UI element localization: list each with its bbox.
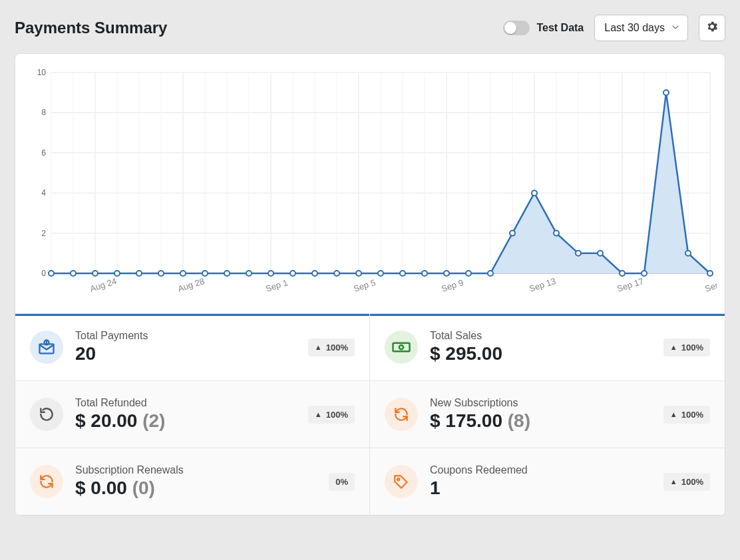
svg-point-95 [397,478,399,480]
metric-card-new_subscriptions[interactable]: New Subscriptions$ 175.00 (8)▲100% [370,381,725,448]
payments-panel: 0246810Aug 24Aug 28Sep 1Sep 5Sep 9Sep 13… [15,53,725,516]
svg-point-65 [158,271,164,276]
svg-text:Sep 9: Sep 9 [440,277,464,294]
svg-point-60 [49,271,54,276]
svg-text:10: 10 [37,68,47,77]
svg-point-86 [620,271,625,276]
svg-point-64 [136,271,142,276]
svg-point-76 [400,271,405,276]
metric-label: Subscription Renewals [75,464,317,476]
svg-point-63 [114,271,120,276]
metric-card-coupons_redeemed[interactable]: Coupons Redeemed1 ▲100% [370,448,725,515]
svg-text:Sep 13: Sep 13 [528,276,557,294]
metric-label: New Subscriptions [430,397,651,409]
settings-button[interactable] [699,15,725,41]
metric-delta: ▲100% [663,406,710,424]
svg-text:Aug 24: Aug 24 [89,276,118,294]
svg-text:Sep 17: Sep 17 [616,276,645,294]
metric-text: Total Refunded$ 20.00 (2) [75,397,296,432]
svg-point-83 [554,231,559,236]
metric-delta: 0% [329,473,355,491]
metric-text: Coupons Redeemed1 [430,464,651,499]
svg-text:Sep 5: Sep 5 [352,277,377,294]
svg-point-88 [663,90,669,95]
metric-value: $ 0.00 (0) [75,478,317,499]
metric-value: 20 [75,343,296,364]
svg-point-71 [290,271,295,276]
svg-text:Sep 21: Sep 21 [703,276,717,294]
undo-icon [30,398,63,431]
metric-value: 1 [430,478,651,499]
metric-label: Total Sales [430,330,651,342]
test-data-toggle-wrap: Test Data [503,21,584,35]
metric-delta: ▲100% [663,473,710,491]
metric-text: Total Sales$ 295.00 [430,330,651,364]
metric-cards: Total Payments20 ▲100%Total Sales$ 295.0… [15,313,725,515]
metric-delta: ▲100% [308,339,355,356]
svg-point-90 [707,271,713,276]
metric-card-total_refunded[interactable]: Total Refunded$ 20.00 (2)▲100% [15,381,370,448]
svg-text:0: 0 [41,269,46,278]
svg-point-80 [488,271,493,276]
svg-point-94 [399,345,403,349]
svg-text:Sep 1: Sep 1 [264,277,289,294]
metric-label: Total Refunded [75,397,296,409]
metric-card-subscription_renewals[interactable]: Subscription Renewals$ 0.00 (0)0% [15,448,370,515]
metric-value: $ 20.00 (2) [75,410,296,432]
date-range-select[interactable]: Last 30 days [594,15,688,41]
money-envelope-icon [30,331,63,364]
svg-text:4: 4 [41,188,46,198]
svg-point-70 [268,271,274,276]
payments-chart[interactable]: 0246810Aug 24Aug 28Sep 1Sep 5Sep 9Sep 13… [15,54,725,313]
metric-text: New Subscriptions$ 175.00 (8) [430,397,651,432]
svg-point-72 [312,271,317,276]
metric-value: $ 175.00 (8) [430,410,651,432]
metric-label: Coupons Redeemed [430,464,651,476]
metric-text: Total Payments20 [75,330,296,364]
cash-icon [385,331,418,364]
svg-point-75 [378,271,383,276]
metric-delta: ▲100% [308,406,355,424]
svg-point-68 [224,271,230,276]
chevron-down-icon [671,22,679,34]
gear-icon [705,20,719,36]
svg-point-62 [92,271,98,276]
metric-card-total_payments[interactable]: Total Payments20 ▲100% [15,314,370,381]
svg-point-73 [334,271,339,276]
svg-point-84 [576,251,581,256]
svg-point-82 [532,190,537,196]
svg-point-69 [246,271,252,276]
date-range-value: Last 30 days [604,22,665,34]
svg-point-85 [598,251,603,256]
refresh-icon [30,465,63,498]
svg-point-74 [356,271,361,276]
metric-value: $ 295.00 [430,343,651,364]
svg-point-67 [202,271,208,276]
metric-label: Total Payments [75,330,296,342]
test-data-label: Test Data [536,22,584,34]
svg-point-61 [71,271,76,276]
tag-icon [385,465,418,498]
svg-point-77 [422,271,427,276]
test-data-toggle[interactable] [503,21,530,35]
metric-text: Subscription Renewals$ 0.00 (0) [75,464,317,499]
svg-point-66 [180,271,186,276]
svg-text:2: 2 [41,229,46,238]
svg-text:6: 6 [41,148,46,158]
svg-point-89 [685,251,691,256]
header: Payments Summary Test Data Last 30 days [0,0,740,53]
svg-text:8: 8 [41,108,46,117]
svg-point-81 [510,231,515,236]
metric-card-total_sales[interactable]: Total Sales$ 295.00 ▲100% [370,314,725,381]
metric-delta: ▲100% [663,339,710,356]
svg-text:Aug 28: Aug 28 [176,276,206,294]
svg-point-79 [466,271,471,276]
svg-point-78 [444,271,449,276]
refresh-icon [385,398,418,431]
svg-point-87 [642,271,647,276]
page-title: Payments Summary [15,19,492,37]
